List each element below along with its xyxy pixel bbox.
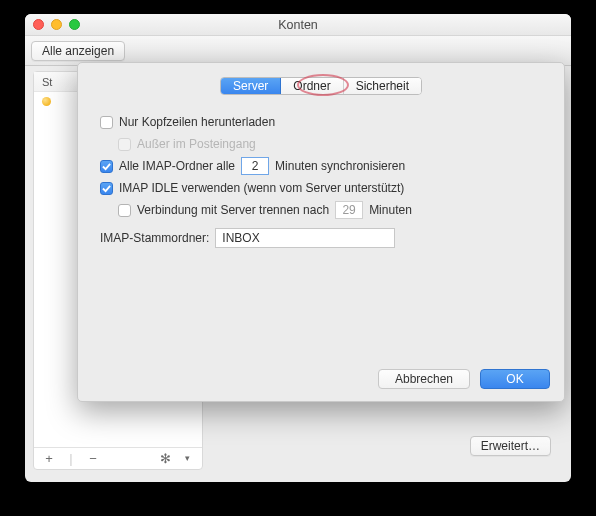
tab-security-label: Sicherheit <box>356 79 409 93</box>
row-root-folder: IMAP-Stammordner: INBOX <box>100 227 542 249</box>
row-sync-interval: Alle IMAP-Ordner alle 2 Minuten synchron… <box>100 155 542 177</box>
ok-button-label: OK <box>506 372 523 386</box>
show-all-button[interactable]: Alle anzeigen <box>31 41 125 61</box>
tab-server-label: Server <box>233 79 268 93</box>
gear-icon[interactable]: ✻ <box>156 452 174 465</box>
headers-only-label: Nur Kopfzeilen herunterladen <box>119 115 275 129</box>
root-folder-value: INBOX <box>222 231 259 245</box>
root-folder-label: IMAP-Stammordner: <box>100 231 209 245</box>
root-folder-input[interactable]: INBOX <box>215 228 395 248</box>
minimize-window-button[interactable] <box>51 19 62 30</box>
divider-icon: | <box>62 452 80 465</box>
preferences-window: Konten Alle anzeigen St + | − ✻ ▾ Erweit <box>25 14 571 482</box>
settings-sheet: Server Ordner Sicherheit Nur Kopfzeilen … <box>77 62 565 402</box>
tab-segmented-control: Server Ordner Sicherheit <box>220 77 422 95</box>
row-headers-only: Nur Kopfzeilen herunterladen <box>100 111 542 133</box>
except-inbox-label: Außer im Posteingang <box>137 137 256 151</box>
sync-minutes-value: 2 <box>252 159 259 173</box>
tab-security[interactable]: Sicherheit <box>344 78 421 94</box>
add-account-button[interactable]: + <box>40 452 58 465</box>
disconnect-label: Verbindung mit Server trennen nach <box>137 203 329 217</box>
status-indicator-icon <box>42 97 51 106</box>
chevron-down-icon[interactable]: ▾ <box>178 454 196 463</box>
disconnect-minutes-value: 29 <box>342 203 355 217</box>
form-area: Nur Kopfzeilen herunterladen Außer im Po… <box>78 95 564 249</box>
sidebar-footer: + | − ✻ ▾ <box>34 447 202 469</box>
ok-button[interactable]: OK <box>480 369 550 389</box>
sync-suffix-label: Minuten synchronisieren <box>275 159 405 173</box>
sync-minutes-field[interactable]: 2 <box>241 157 269 175</box>
sync-checkbox[interactable] <box>100 160 113 173</box>
titlebar: Konten <box>25 14 571 36</box>
except-inbox-checkbox <box>118 138 131 151</box>
disconnect-unit-label: Minuten <box>369 203 412 217</box>
zoom-window-button[interactable] <box>69 19 80 30</box>
row-disconnect: Verbindung mit Server trennen nach 29 Mi… <box>100 199 542 221</box>
tab-folders[interactable]: Ordner <box>281 78 343 94</box>
idle-label: IMAP IDLE verwenden (wenn vom Server unt… <box>119 181 404 195</box>
advanced-button[interactable]: Erweitert… <box>470 436 551 456</box>
tab-folders-label: Ordner <box>293 79 330 93</box>
cancel-button[interactable]: Abbrechen <box>378 369 470 389</box>
tab-server[interactable]: Server <box>221 78 281 94</box>
disconnect-checkbox[interactable] <box>118 204 131 217</box>
disconnect-minutes-field[interactable]: 29 <box>335 201 363 219</box>
window-title: Konten <box>278 18 318 32</box>
sheet-footer: Abbrechen OK <box>378 369 550 389</box>
row-except-inbox: Außer im Posteingang <box>100 133 542 155</box>
show-all-label: Alle anzeigen <box>42 44 114 58</box>
sync-prefix-label: Alle IMAP-Ordner alle <box>119 159 235 173</box>
idle-checkbox[interactable] <box>100 182 113 195</box>
cancel-button-label: Abbrechen <box>395 372 453 386</box>
advanced-button-label: Erweitert… <box>481 439 540 453</box>
window-controls <box>33 14 80 35</box>
close-window-button[interactable] <box>33 19 44 30</box>
sidebar-header-text: St <box>42 76 52 88</box>
row-imap-idle: IMAP IDLE verwenden (wenn vom Server unt… <box>100 177 542 199</box>
remove-account-button[interactable]: − <box>84 452 102 465</box>
tab-row: Server Ordner Sicherheit <box>78 77 564 95</box>
headers-only-checkbox[interactable] <box>100 116 113 129</box>
